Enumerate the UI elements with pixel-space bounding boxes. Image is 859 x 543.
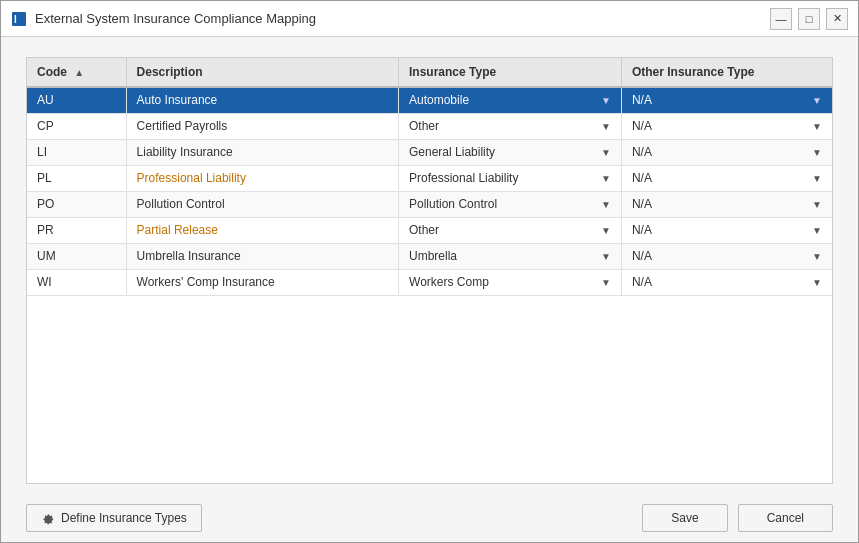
action-buttons: Save Cancel [642,504,833,532]
cell-description: Workers' Comp Insurance [126,269,398,295]
save-button[interactable]: Save [642,504,727,532]
cell-insurance-type[interactable]: AutomobileOtherGeneral LiabilityProfessi… [399,87,622,113]
dropdown-arrow-icon: ▼ [812,251,822,262]
dropdown-arrow-icon: ▼ [812,277,822,288]
main-window: I External System Insurance Compliance M… [0,0,859,543]
dropdown-arrow-icon: ▼ [601,147,611,158]
table-row[interactable]: LILiability InsuranceAutomobileOtherGene… [27,139,832,165]
minimize-button[interactable]: — [770,8,792,30]
dropdown-arrow-icon: ▼ [601,95,611,106]
cell-other-insurance-type[interactable]: N/A▼ [621,191,832,217]
cell-other-insurance-type[interactable]: N/A▼ [621,269,832,295]
close-button[interactable]: ✕ [826,8,848,30]
svg-text:I: I [14,14,17,25]
other-insurance-type-select[interactable]: N/A [632,249,810,263]
other-insurance-type-select[interactable]: N/A [632,275,810,289]
cell-other-insurance-type[interactable]: N/A▼ [621,139,832,165]
cell-insurance-type[interactable]: AutomobileOtherGeneral LiabilityProfessi… [399,243,622,269]
cell-other-insurance-type[interactable]: N/A▼ [621,87,832,113]
cell-code: LI [27,139,126,165]
dropdown-arrow-icon: ▼ [601,251,611,262]
cell-code: PR [27,217,126,243]
dropdown-arrow-icon: ▼ [812,147,822,158]
insurance-type-select[interactable]: AutomobileOtherGeneral LiabilityProfessi… [409,249,599,263]
table-row[interactable]: WIWorkers' Comp InsuranceAutomobileOther… [27,269,832,295]
cell-other-insurance-type[interactable]: N/A▼ [621,165,832,191]
bottom-bar: Define Insurance Types Save Cancel [1,504,858,542]
table-row[interactable]: POPollution ControlAutomobileOtherGenera… [27,191,832,217]
cell-code: AU [27,87,126,113]
title-controls: — □ ✕ [770,8,848,30]
col-header-code[interactable]: Code ▲ [27,58,126,87]
table-header-row: Code ▲ Description Insurance Type Other … [27,58,832,87]
insurance-type-select[interactable]: AutomobileOtherGeneral LiabilityProfessi… [409,145,599,159]
insurance-type-select[interactable]: AutomobileOtherGeneral LiabilityProfessi… [409,93,599,107]
cancel-button[interactable]: Cancel [738,504,833,532]
dropdown-arrow-icon: ▼ [812,225,822,236]
cell-insurance-type[interactable]: AutomobileOtherGeneral LiabilityProfessi… [399,269,622,295]
table-body: AUAuto InsuranceAutomobileOtherGeneral L… [27,87,832,295]
insurance-type-select[interactable]: AutomobileOtherGeneral LiabilityProfessi… [409,119,599,133]
gear-icon [41,511,55,525]
insurance-mapping-table: Code ▲ Description Insurance Type Other … [27,58,832,296]
col-header-other-insurance-type[interactable]: Other Insurance Type [621,58,832,87]
other-insurance-type-select[interactable]: N/A [632,223,810,237]
table-row[interactable]: PRPartial ReleaseAutomobileOtherGeneral … [27,217,832,243]
col-header-insurance-type[interactable]: Insurance Type [399,58,622,87]
cell-other-insurance-type[interactable]: N/A▼ [621,217,832,243]
other-insurance-type-select[interactable]: N/A [632,93,810,107]
cell-description: Liability Insurance [126,139,398,165]
other-insurance-type-select[interactable]: N/A [632,145,810,159]
dropdown-arrow-icon: ▼ [601,199,611,210]
dropdown-arrow-icon: ▼ [812,173,822,184]
cell-code: UM [27,243,126,269]
cell-description: Professional Liability [126,165,398,191]
sort-icon-code: ▲ [74,67,84,78]
cell-code: PO [27,191,126,217]
window-title: External System Insurance Compliance Map… [35,11,316,26]
insurance-type-select[interactable]: AutomobileOtherGeneral LiabilityProfessi… [409,275,599,289]
table-wrapper: Code ▲ Description Insurance Type Other … [26,57,833,484]
maximize-button[interactable]: □ [798,8,820,30]
cell-code: PL [27,165,126,191]
cell-insurance-type[interactable]: AutomobileOtherGeneral LiabilityProfessi… [399,113,622,139]
other-insurance-type-select[interactable]: N/A [632,119,810,133]
insurance-type-select[interactable]: AutomobileOtherGeneral LiabilityProfessi… [409,171,599,185]
dropdown-arrow-icon: ▼ [812,95,822,106]
cell-other-insurance-type[interactable]: N/A▼ [621,243,832,269]
table-row[interactable]: AUAuto InsuranceAutomobileOtherGeneral L… [27,87,832,113]
cell-description: Certified Payrolls [126,113,398,139]
cell-description: Auto Insurance [126,87,398,113]
dropdown-arrow-icon: ▼ [601,173,611,184]
cell-code: CP [27,113,126,139]
cell-description: Umbrella Insurance [126,243,398,269]
title-bar: I External System Insurance Compliance M… [1,1,858,37]
table-row[interactable]: PLProfessional LiabilityAutomobileOtherG… [27,165,832,191]
dropdown-arrow-icon: ▼ [601,121,611,132]
cell-description: Partial Release [126,217,398,243]
table-row[interactable]: UMUmbrella InsuranceAutomobileOtherGener… [27,243,832,269]
col-header-description[interactable]: Description [126,58,398,87]
app-icon: I [11,11,27,27]
content-area: Code ▲ Description Insurance Type Other … [1,37,858,504]
cell-insurance-type[interactable]: AutomobileOtherGeneral LiabilityProfessi… [399,139,622,165]
cell-description: Pollution Control [126,191,398,217]
dropdown-arrow-icon: ▼ [812,121,822,132]
cell-insurance-type[interactable]: AutomobileOtherGeneral LiabilityProfessi… [399,165,622,191]
other-insurance-type-select[interactable]: N/A [632,197,810,211]
cell-code: WI [27,269,126,295]
other-insurance-type-select[interactable]: N/A [632,171,810,185]
dropdown-arrow-icon: ▼ [601,277,611,288]
dropdown-arrow-icon: ▼ [601,225,611,236]
cell-insurance-type[interactable]: AutomobileOtherGeneral LiabilityProfessi… [399,191,622,217]
insurance-type-select[interactable]: AutomobileOtherGeneral LiabilityProfessi… [409,223,599,237]
dropdown-arrow-icon: ▼ [812,199,822,210]
title-bar-left: I External System Insurance Compliance M… [11,11,316,27]
define-insurance-types-button[interactable]: Define Insurance Types [26,504,202,532]
cell-other-insurance-type[interactable]: N/A▼ [621,113,832,139]
table-row[interactable]: CPCertified PayrollsAutomobileOtherGener… [27,113,832,139]
insurance-type-select[interactable]: AutomobileOtherGeneral LiabilityProfessi… [409,197,599,211]
cell-insurance-type[interactable]: AutomobileOtherGeneral LiabilityProfessi… [399,217,622,243]
